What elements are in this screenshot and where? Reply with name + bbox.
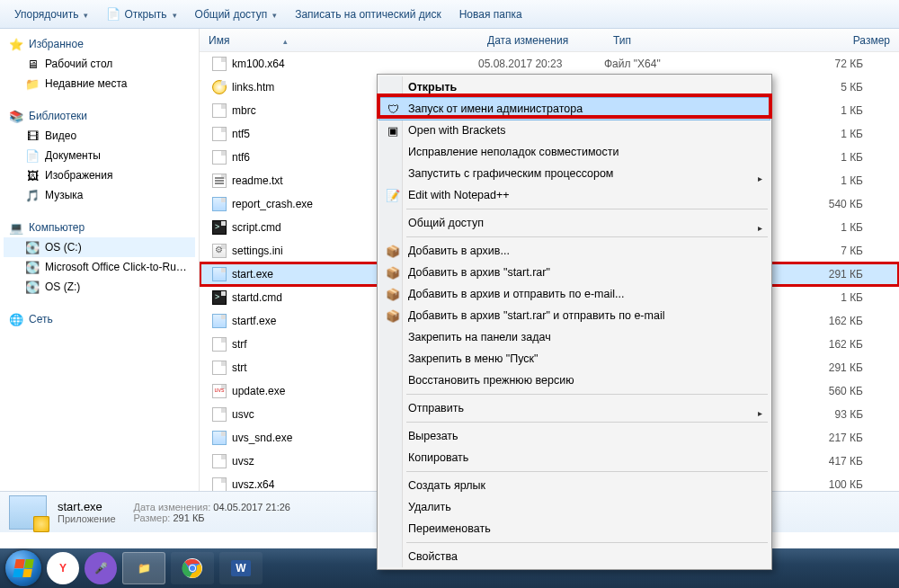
toolbar-organize[interactable]: Упорядочить: [7, 4, 95, 24]
file-icon: [212, 220, 227, 235]
menu-item[interactable]: 📦Добавить в архив "start.rar": [379, 262, 770, 283]
menu-item[interactable]: 📝Edit with Notepad++: [379, 184, 770, 206]
taskbar-chrome[interactable]: [171, 552, 214, 584]
menu-item[interactable]: Удалить: [379, 496, 770, 518]
menu-item[interactable]: Переименовать: [379, 518, 770, 539]
word-icon: W: [231, 560, 250, 576]
sidebar-item-os-z[interactable]: 💽OS (Z:): [4, 277, 195, 297]
file-name: uvsz: [232, 455, 254, 468]
file-name: update.exe: [232, 385, 285, 397]
menu-item[interactable]: Восстановить прежнюю версию: [379, 370, 770, 391]
menu-item-label: Запуск от имени администратора: [408, 102, 583, 115]
menu-item-icon: 📦: [385, 309, 401, 323]
file-name: strt: [232, 361, 247, 374]
file-icon: [212, 407, 227, 422]
col-type[interactable]: Тип: [604, 34, 721, 47]
file-icon: [212, 127, 227, 141]
sidebar-network[interactable]: 🌐Сеть: [4, 309, 195, 329]
sidebar-favorites[interactable]: ⭐Избранное: [4, 34, 195, 54]
menu-item-icon: 📝: [385, 189, 401, 202]
sidebar-item-music[interactable]: 🎵Музыка: [4, 185, 195, 205]
menu-item[interactable]: Вырезать: [379, 425, 770, 447]
col-name[interactable]: Имя▴: [200, 34, 478, 47]
menu-item-icon: 📦: [385, 245, 401, 258]
file-icon: [212, 431, 227, 445]
file-name: km100.x64: [232, 58, 285, 70]
details-name: start.exe: [58, 500, 116, 513]
menu-item-label: Edit with Notepad++: [408, 189, 510, 201]
file-icon: [212, 361, 227, 375]
menu-item[interactable]: Отправить: [379, 397, 770, 419]
yandex-button[interactable]: Y: [47, 552, 79, 584]
documents-icon: 📄: [25, 148, 40, 163]
sidebar-item-desktop[interactable]: 🖥Рабочий стол: [4, 54, 195, 74]
file-icon: [212, 290, 227, 305]
menu-item-label: Добавить в архив "start.rar" и отправить…: [408, 309, 664, 322]
file-icon: [212, 337, 227, 352]
sidebar-libraries[interactable]: 📚Библиотеки: [4, 106, 195, 126]
file-name: start.exe: [232, 268, 273, 281]
menu-item-label: Добавить в архив...: [408, 245, 510, 257]
file-row[interactable]: km100.x6405.08.2017 20:23Файл "X64"72 КБ: [200, 52, 899, 76]
explorer-toolbar: Упорядочить 📄Открыть Общий доступ Записа…: [0, 0, 899, 29]
taskbar-word[interactable]: W: [219, 552, 263, 584]
menu-item[interactable]: 📦Добавить в архив...: [379, 240, 770, 262]
sidebar-item-documents[interactable]: 📄Документы: [4, 146, 195, 165]
mic-icon: 🎤: [94, 562, 108, 575]
toolbar-new-folder[interactable]: Новая папка: [452, 4, 530, 24]
menu-item[interactable]: Копировать: [379, 447, 770, 468]
sidebar-item-recent[interactable]: 📁Недавние места: [4, 74, 195, 94]
menu-item[interactable]: Запустить с графическим процессором: [379, 163, 770, 184]
menu-item[interactable]: Закрепить на панели задач: [379, 326, 770, 348]
sidebar-item-os-c[interactable]: 💽OS (C:): [4, 237, 195, 257]
music-icon: 🎵: [25, 188, 40, 202]
menu-item[interactable]: Общий доступ: [379, 212, 770, 234]
sidebar-item-pictures[interactable]: 🖼Изображения: [4, 165, 195, 185]
toolbar-open[interactable]: 📄Открыть: [99, 4, 183, 25]
menu-item[interactable]: Исправление неполадок совместимости: [379, 141, 770, 163]
menu-separator: [406, 209, 768, 209]
menu-item-label: Копировать: [408, 451, 468, 464]
menu-item-label: Open with Brackets: [408, 124, 505, 137]
menu-item[interactable]: Свойства: [379, 546, 770, 567]
network-icon: 🌐: [9, 312, 23, 326]
menu-item[interactable]: 📦Добавить в архив и отправить по e-mail.…: [379, 283, 770, 305]
col-date[interactable]: Дата изменения: [478, 34, 604, 47]
file-large-icon: [9, 495, 47, 530]
sidebar-item-office[interactable]: 💽Microsoft Office Click-to-Run 2010: [4, 257, 195, 277]
file-icon: [212, 174, 227, 188]
menu-item[interactable]: Создать ярлык: [379, 475, 770, 496]
voice-button[interactable]: 🎤: [85, 552, 117, 584]
toolbar-share[interactable]: Общий доступ: [188, 4, 285, 24]
col-size[interactable]: Размер: [721, 34, 899, 47]
menu-item-label: Добавить в архив "start.rar": [408, 266, 550, 279]
menu-item-icon: 🛡: [385, 102, 401, 116]
file-icon: [212, 80, 227, 94]
file-name: script.cmd: [232, 221, 281, 234]
menu-item-label: Отправить: [408, 402, 464, 414]
file-icon: [212, 197, 227, 211]
context-menu: Открыть🛡Запуск от имени администратора▣O…: [377, 74, 772, 570]
file-icon: [212, 314, 227, 328]
file-icon: [212, 477, 227, 491]
file-name: settings.ini: [232, 245, 283, 257]
svg-point-3: [190, 566, 195, 571]
sort-asc-icon: ▴: [283, 37, 288, 46]
menu-item[interactable]: Закрепить в меню "Пуск": [379, 348, 770, 370]
menu-item[interactable]: 📦Добавить в архив "start.rar" и отправит…: [379, 305, 770, 326]
file-name: ntf5: [232, 128, 250, 140]
menu-separator: [406, 422, 768, 423]
menu-item-label: Переименовать: [408, 522, 491, 535]
start-button[interactable]: [5, 550, 41, 586]
sidebar-item-video[interactable]: 🎞Видео: [4, 126, 195, 146]
menu-item-icon: 📦: [385, 266, 401, 280]
drive-icon: 💽: [25, 280, 40, 294]
taskbar-explorer[interactable]: 📁: [122, 552, 165, 584]
menu-item-label: Исправление неполадок совместимости: [408, 146, 619, 158]
file-name: readme.txt: [232, 174, 283, 187]
toolbar-burn[interactable]: Записать на оптический диск: [288, 4, 449, 24]
menu-item[interactable]: ▣Open with Brackets: [379, 120, 770, 141]
menu-item[interactable]: 🛡Запуск от имени администратора: [379, 98, 770, 120]
menu-item[interactable]: Открыть: [379, 76, 770, 98]
sidebar-computer[interactable]: 💻Компьютер: [4, 218, 195, 237]
